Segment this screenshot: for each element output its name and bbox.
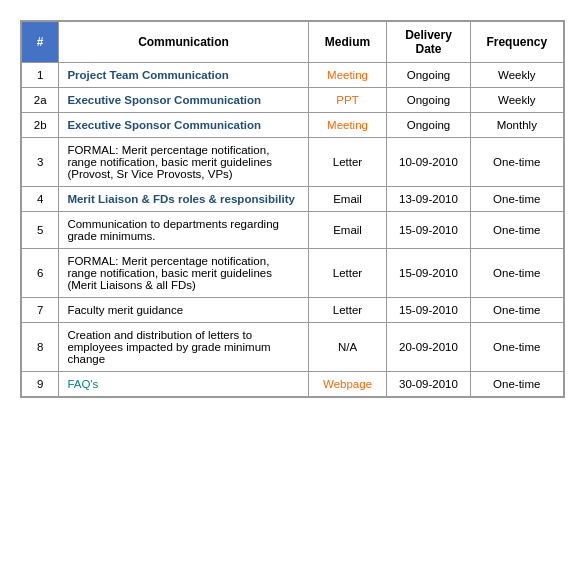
row-medium: Email <box>308 187 387 212</box>
table-row: 8Creation and distribution of letters to… <box>22 323 564 372</box>
row-frequency: One-time <box>470 249 563 298</box>
row-frequency: Weekly <box>470 63 563 88</box>
row-date: 10-09-2010 <box>387 138 470 187</box>
row-date: 15-09-2010 <box>387 298 470 323</box>
table-row: 5Communication to departments regarding … <box>22 212 564 249</box>
row-date: 15-09-2010 <box>387 212 470 249</box>
row-num: 6 <box>22 249 59 298</box>
row-medium: Letter <box>308 249 387 298</box>
header-frequency: Frequency <box>470 22 563 63</box>
row-frequency: One-time <box>470 138 563 187</box>
row-num: 8 <box>22 323 59 372</box>
row-num: 3 <box>22 138 59 187</box>
row-date: 13-09-2010 <box>387 187 470 212</box>
row-num: 4 <box>22 187 59 212</box>
row-communication: FAQ's <box>59 372 308 397</box>
row-num: 2b <box>22 113 59 138</box>
row-date: Ongoing <box>387 88 470 113</box>
table-row: 3FORMAL: Merit percentage notification, … <box>22 138 564 187</box>
row-frequency: One-time <box>470 323 563 372</box>
header-communication: Communication <box>59 22 308 63</box>
row-communication: FORMAL: Merit percentage notification, r… <box>59 138 308 187</box>
row-frequency: One-time <box>470 372 563 397</box>
table-row: 7Faculty merit guidanceLetter15-09-2010O… <box>22 298 564 323</box>
table-row: 9FAQ'sWebpage30-09-2010One-time <box>22 372 564 397</box>
row-date: 30-09-2010 <box>387 372 470 397</box>
table-row: 4Merit Liaison & FDs roles & responsibil… <box>22 187 564 212</box>
row-medium: Webpage <box>308 372 387 397</box>
row-num: 5 <box>22 212 59 249</box>
row-communication: Merit Liaison & FDs roles & responsibili… <box>59 187 308 212</box>
row-communication: FORMAL: Merit percentage notification, r… <box>59 249 308 298</box>
header-medium: Medium <box>308 22 387 63</box>
communication-plan-table: # Communication Medium Delivery Date Fre… <box>20 20 565 398</box>
row-frequency: One-time <box>470 187 563 212</box>
row-communication: Communication to departments regarding g… <box>59 212 308 249</box>
header-delivery-date: Delivery Date <box>387 22 470 63</box>
table-row: 2aExecutive Sponsor CommunicationPPTOngo… <box>22 88 564 113</box>
row-date: Ongoing <box>387 113 470 138</box>
row-num: 7 <box>22 298 59 323</box>
row-medium: Letter <box>308 298 387 323</box>
table-row: 2bExecutive Sponsor CommunicationMeeting… <box>22 113 564 138</box>
row-frequency: Monthly <box>470 113 563 138</box>
row-communication: Executive Sponsor Communication <box>59 88 308 113</box>
row-num: 2a <box>22 88 59 113</box>
row-frequency: One-time <box>470 212 563 249</box>
row-medium: Letter <box>308 138 387 187</box>
row-date: 20-09-2010 <box>387 323 470 372</box>
row-num: 9 <box>22 372 59 397</box>
row-frequency: One-time <box>470 298 563 323</box>
table-row: 6FORMAL: Merit percentage notification, … <box>22 249 564 298</box>
row-date: 15-09-2010 <box>387 249 470 298</box>
row-date: Ongoing <box>387 63 470 88</box>
table-row: 1Project Team CommunicationMeetingOngoin… <box>22 63 564 88</box>
row-num: 1 <box>22 63 59 88</box>
row-communication: Executive Sponsor Communication <box>59 113 308 138</box>
row-communication: Project Team Communication <box>59 63 308 88</box>
row-medium: Meeting <box>308 63 387 88</box>
row-medium: N/A <box>308 323 387 372</box>
row-communication: Faculty merit guidance <box>59 298 308 323</box>
row-medium: Meeting <box>308 113 387 138</box>
row-medium: PPT <box>308 88 387 113</box>
row-communication: Creation and distribution of letters to … <box>59 323 308 372</box>
row-medium: Email <box>308 212 387 249</box>
row-frequency: Weekly <box>470 88 563 113</box>
header-num: # <box>22 22 59 63</box>
